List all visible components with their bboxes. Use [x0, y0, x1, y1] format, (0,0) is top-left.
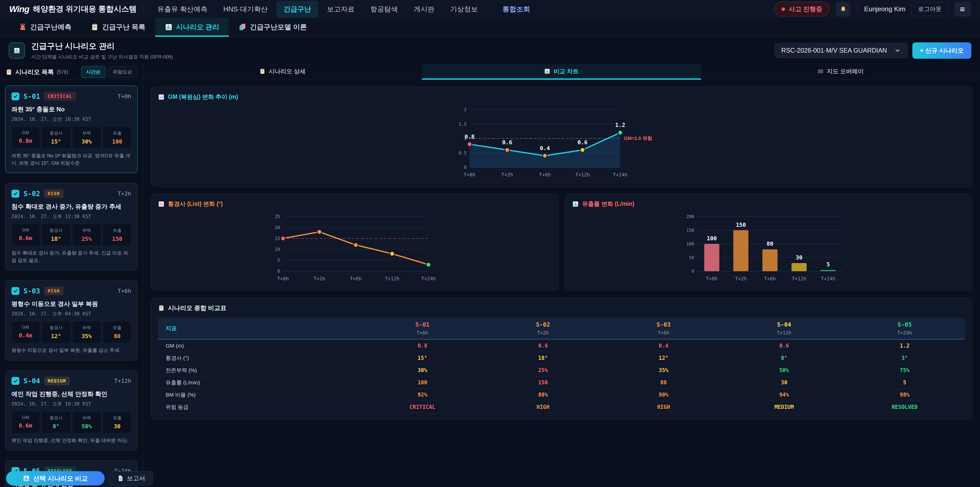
nav-item-5[interactable]: 게시판 [407, 1, 442, 18]
map-icon [818, 68, 824, 74]
metric-label: 유출 [103, 415, 131, 421]
line-chart-icon [158, 94, 165, 101]
notifications-button[interactable] [836, 2, 851, 17]
metric-value: 100 [103, 139, 131, 145]
divider [857, 5, 858, 14]
metric-box: 부력25% [73, 224, 101, 246]
main-menu: 유출유 확산예측HNS·대기확산긴급구난보고자료항공탐색게시판기상정보통합조회 [150, 1, 537, 18]
page-title: 긴급구난 시나리오 관리 [31, 41, 173, 51]
scenario-checkbox[interactable] [11, 93, 19, 101]
svg-text:T+12h: T+12h [792, 276, 806, 281]
nav-item-1[interactable]: HNS·대기확산 [216, 1, 275, 18]
scenario-title: 예인 작업 진행중, 선체 안정화 확인 [11, 390, 131, 398]
table-cell: 100 [362, 380, 483, 386]
table-cell: 25% [483, 367, 603, 374]
module-tab-1[interactable]: 긴급구난 목록 [81, 18, 155, 37]
bar-chart-icon [544, 68, 550, 74]
nav-item-4[interactable]: 항공탐색 [363, 1, 405, 18]
svg-text:100: 100 [707, 235, 717, 241]
scenario-card-S-02[interactable]: S-02HIGHT+2h침수 확대로 경사 증가, 유출량 증가 추세2024.… [5, 183, 138, 270]
nav-item-7[interactable]: 통합조회 [495, 1, 537, 18]
row-label: 위험 등급 [158, 404, 362, 410]
svg-text:T+24h: T+24h [821, 276, 835, 281]
module-tab-2[interactable]: 시나리오 관리 [155, 18, 229, 37]
table-cell: 98% [845, 392, 965, 398]
severity-badge: HIGH [44, 189, 64, 198]
metric-value: 50% [73, 423, 101, 430]
chevron-down-icon [894, 47, 901, 54]
metric-label: 횡경사 [42, 130, 70, 136]
metric-value: 0.4m [11, 332, 40, 339]
incident-select[interactable]: RSC-2026-001·M/V SEA GUARDIAN [775, 43, 908, 58]
view-tab-2[interactable]: 지도 오버레이 [701, 64, 980, 80]
comparison-table: 지표S-01T+0hS-02T+2hS-03T+6hS-04T+12hS-05T… [158, 318, 965, 413]
metric-label: GM [11, 130, 40, 135]
metric-box: 횡경사18° [42, 224, 70, 246]
header-metric-label: 지표 [158, 324, 362, 332]
scenario-description: 좌현 35° 충돌로 No.1P 화물탱크 파공, 벙커C유 유출 개시. 좌현… [11, 152, 131, 167]
sort-by-risk-button[interactable]: 위험도순 [108, 66, 137, 78]
spill-chart-title: 유출률 변화 (L/min) [582, 200, 634, 208]
scenario-title: 좌현 35° 충돌로 No [11, 105, 131, 113]
svg-text:1.5: 1.5 [458, 121, 466, 127]
scenario-card-S-01[interactable]: S-01CRITICALT+0h좌현 35° 충돌로 No2024. 10. 2… [5, 86, 138, 173]
scenario-checkbox[interactable] [11, 287, 19, 295]
nav-item-6[interactable]: 기상정보 [443, 1, 485, 18]
table-row-4: BM 비율 (%)92%88%90%94%98% [158, 389, 965, 401]
time-offset: T+0h [118, 93, 131, 100]
compare-scenarios-button[interactable]: 선택 시나리오 비교 [6, 471, 105, 485]
table-cell: HIGH [603, 404, 724, 410]
metric-value: 12° [42, 333, 70, 339]
svg-text:80: 80 [767, 241, 773, 247]
list-line-chart: 0510152025T+0hT+2hT+6hT+12hT+24h [265, 208, 444, 284]
table-cell: 0.6 [724, 343, 844, 349]
svg-text:T+2h: T+2h [501, 172, 513, 177]
module-tab-0[interactable]: 긴급구난예측 [9, 18, 81, 37]
scenario-checkbox[interactable] [11, 377, 19, 385]
view-tab-0[interactable]: 시나리오 상세 [143, 64, 422, 80]
nav-item-0[interactable]: 유출유 확산예측 [150, 1, 215, 18]
clipboard-icon [158, 305, 165, 311]
view-tab-1[interactable]: 비교 차트 [422, 64, 701, 80]
metric-box: 유출100 [103, 127, 131, 148]
document-icon [117, 475, 124, 482]
svg-text:0.6: 0.6 [502, 139, 512, 145]
table-cell: 50% [724, 367, 844, 374]
scenario-card-S-03[interactable]: S-03HIGHT+6h평형수 이동으로 경사 일부 복원2024. 10. 2… [5, 280, 138, 361]
bar-chart-icon [14, 47, 20, 54]
compare-charts-view: GM (복원심) 변화 추이 (m) 00.511.52GM=1.0 위험0.8… [143, 80, 980, 433]
table-cell: MEDIUM [724, 404, 844, 410]
metric-box: GM0.4m [11, 321, 40, 343]
metric-box: 횡경사12° [42, 321, 70, 343]
table-cell: 30 [724, 380, 844, 386]
scenario-checkbox[interactable] [11, 190, 19, 198]
gm-line-chart: 00.511.52GM=1.0 위험0.80.60.40.61.2T+0hT+2… [452, 101, 671, 180]
module-tab-3[interactable]: 긴급구난모델 이론 [229, 18, 317, 37]
svg-text:0.5: 0.5 [458, 150, 466, 155]
table-cell: 30% [362, 367, 483, 374]
menu-button[interactable] [954, 2, 971, 17]
scenario-card-S-04[interactable]: S-04MEDIUMT+12h예인 작업 진행중, 선체 안정화 확인2024.… [5, 370, 138, 451]
svg-text:T+0h: T+0h [706, 276, 718, 281]
logout-button[interactable]: 로그아웃 [912, 2, 948, 16]
table-cell: 0.6 [483, 343, 603, 349]
svg-text:T+24h: T+24h [613, 172, 627, 177]
table-cell: 90% [603, 392, 724, 398]
table-row-0: GM (m)0.80.60.40.61.2 [158, 340, 965, 352]
nav-item-2[interactable]: 긴급구난 [277, 1, 318, 18]
metric-label: 유출 [103, 228, 131, 233]
table-cell: 12° [603, 355, 724, 361]
table-cell: 150 [483, 380, 603, 386]
metric-value: 8° [42, 423, 70, 430]
time-offset: T+12h [115, 378, 131, 384]
metric-value: 0.8m [11, 138, 40, 144]
metric-label: 유출 [103, 130, 131, 136]
clipboard-icon [6, 69, 12, 75]
svg-text:1.2: 1.2 [615, 122, 625, 128]
metric-value: 25% [73, 236, 101, 242]
report-button[interactable]: 보고서 [109, 471, 153, 485]
new-scenario-button[interactable]: + 신규 시나리오 [912, 42, 971, 59]
sort-by-time-button[interactable]: 시간순 [81, 66, 105, 78]
table-cell: 3° [845, 355, 965, 361]
nav-item-3[interactable]: 보고자료 [320, 1, 362, 18]
